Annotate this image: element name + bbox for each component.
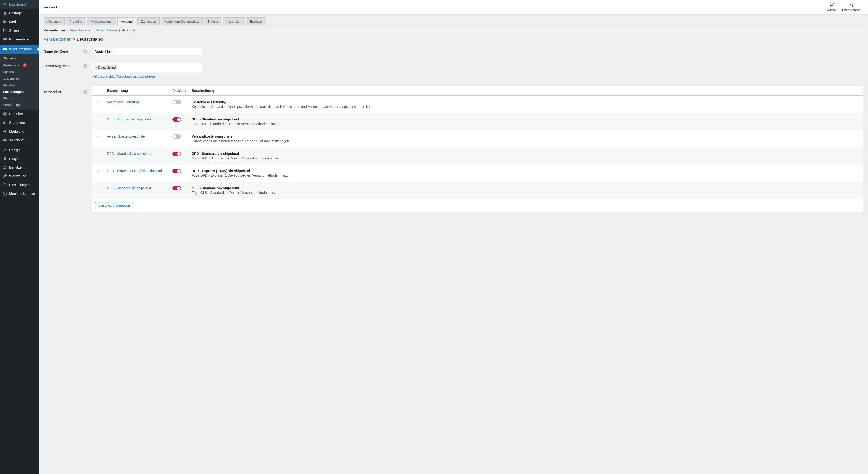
main-panel: Versand Aktivität Setup beenden Allgemei… <box>39 0 868 474</box>
enabled-toggle[interactable] <box>172 100 181 104</box>
enabled-toggle[interactable] <box>172 169 181 173</box>
method-name-link[interactable]: Kostenlose Lieferung <box>107 100 139 104</box>
zone-regions-label: Zonen-Regionen <box>43 64 70 68</box>
sidebar-item-menü-einklappen[interactable]: Menü einklappen <box>0 189 39 198</box>
subnav-link-versandoptionen[interactable]: Versandoptionen <box>69 28 92 32</box>
archive-icon <box>2 112 7 116</box>
breadcrumb-root-link[interactable]: Versandzonen <box>43 37 71 42</box>
method-name-link[interactable]: DPD - Standard via shipcloud <box>107 152 151 156</box>
setup-finish-button[interactable]: Setup beenden <box>839 3 863 11</box>
table-row: ≡DPD - Express (1 Day) via shipcloudDPD … <box>92 164 863 182</box>
media-icon <box>2 20 7 24</box>
desc-text: Füge GLS - Standard zu Deinen Versandmet… <box>192 191 861 195</box>
tab-allgemein[interactable]: Allgemein <box>43 18 65 25</box>
sidebar-item-statistiken[interactable]: Statistiken <box>0 118 39 127</box>
sidebar-sub-startseite[interactable]: Startseite <box>0 55 39 62</box>
sliders-icon <box>2 183 7 187</box>
sidebar-item-label: WooCommerce <box>9 47 33 51</box>
drag-handle-icon[interactable]: ≡ <box>92 130 104 147</box>
sidebar-item-kommentare[interactable]: Kommentare <box>0 35 39 43</box>
sidebar-sub-berichte[interactable]: Berichte <box>0 82 39 89</box>
method-name-link[interactable]: Versandkostenpauschale <box>107 134 145 138</box>
collapse-icon <box>2 191 7 196</box>
tab-erweitert[interactable]: Erweitert <box>246 18 266 25</box>
method-name-link[interactable]: GLS - Standard via shipcloud <box>107 186 151 190</box>
sidebar-item-einstellungen[interactable]: Einstellungen <box>0 181 39 189</box>
enabled-toggle[interactable] <box>172 134 181 139</box>
pin-icon <box>2 11 7 15</box>
tab-produkte[interactable]: Produkte <box>66 18 86 25</box>
drag-handle-icon[interactable]: ≡ <box>92 182 104 199</box>
zone-regions-input[interactable]: × Deutschland <box>92 63 202 72</box>
notification-dot <box>833 3 834 4</box>
add-shipping-method-button[interactable]: Versandart hinzufügen <box>95 202 133 209</box>
help-icon[interactable]: ? <box>83 50 87 53</box>
sidebar-item-label: shipcloud <box>9 138 24 142</box>
th-enabled: Aktiviert <box>170 86 189 96</box>
desc-title: DHL - Standard via shipcloud <box>192 117 861 121</box>
sidebar-item-medien[interactable]: Medien <box>0 18 39 26</box>
sidebar-item-label: Design <box>9 148 20 152</box>
sidebar-item-label: Werkzeuge <box>9 174 26 178</box>
topbar: Versand Aktivität Setup beenden <box>39 0 868 14</box>
tab-integration[interactable]: Integration <box>223 18 245 25</box>
sidebar-item-dashboard[interactable]: Dashboard <box>0 0 39 9</box>
enabled-toggle[interactable] <box>172 117 181 122</box>
sidebar-sub-einstellungen[interactable]: Einstellungen <box>0 89 39 95</box>
megaphone-icon <box>2 129 7 134</box>
activity-button[interactable]: Aktivität <box>824 3 839 11</box>
tab-e-mails[interactable]: E-Mails <box>204 18 221 25</box>
page-title: Versand <box>43 5 824 9</box>
sidebar-item-beiträge[interactable]: Beiträge <box>0 9 39 18</box>
sub-nav: Versandzonen | Versandoptionen | Versand… <box>43 28 863 32</box>
subnav-link-shipcloud[interactable]: shipcloud <box>121 28 135 32</box>
help-icon[interactable]: ? <box>83 64 87 68</box>
tab-zahlungen[interactable]: Zahlungen <box>137 18 159 25</box>
drag-handle-icon[interactable]: ≡ <box>92 113 104 130</box>
sidebar-sub-kunden[interactable]: Kunden <box>0 69 39 75</box>
sidebar-item-label: Statistiken <box>9 121 25 125</box>
tab-konten-und-datenschutz[interactable]: Konten und Datenschutz <box>161 18 203 25</box>
sidebar-item-werkzeuge[interactable]: Werkzeuge <box>0 172 39 181</box>
sidebar-sub-erweiterungen[interactable]: Erweiterungen <box>0 101 39 108</box>
svg-point-1 <box>4 166 5 167</box>
method-name-link[interactable]: DPD - Express (1 Day) via shipcloud <box>107 169 162 173</box>
drag-handle-icon[interactable]: ≡ <box>92 147 104 164</box>
sidebar-item-seiten[interactable]: Seiten <box>0 26 39 35</box>
sidebar-item-design[interactable]: Design <box>0 146 39 154</box>
sidebar-item-plugins[interactable]: Plugins <box>0 154 39 163</box>
sidebar-sub-bestellungen[interactable]: Bestellungen1 <box>0 62 39 69</box>
desc-text: Ermöglicht es dir, einen festen Preis fü… <box>192 139 861 143</box>
svg-point-2 <box>4 184 5 184</box>
desc-text: Kostenloser Versand ist eine spezielle V… <box>192 105 861 108</box>
sidebar-item-shipcloud[interactable]: shipcloud <box>0 136 39 145</box>
sidebar-sub-gutscheine[interactable]: Gutscheine <box>0 75 39 82</box>
drag-handle-icon[interactable]: ≡ <box>92 164 104 182</box>
limit-postcodes-link[interactable]: Auf ausgewählte Postleitzahlen beschränk… <box>92 75 155 78</box>
sidebar-item-label: Dashboard <box>9 2 26 6</box>
sidebar-item-produkte[interactable]: Produkte <box>0 109 39 118</box>
drag-handle-icon[interactable]: ≡ <box>92 96 104 113</box>
help-icon[interactable]: ? <box>83 90 87 94</box>
tab-versand[interactable]: Versand <box>117 18 136 26</box>
desc-text: Füge DPD - Standard zu Deinen Versandmet… <box>192 156 861 160</box>
table-row: ≡GLS - Standard via shipcloudGLS - Stand… <box>92 182 863 199</box>
enabled-toggle[interactable] <box>172 152 181 156</box>
th-desc: Beschreibung <box>189 86 863 96</box>
enabled-toggle[interactable] <box>172 186 181 190</box>
sidebar-item-woocommerce[interactable]: WooCommerce <box>0 45 39 54</box>
breadcrumb: Versandzonen > Deutschland <box>43 37 863 42</box>
sidebar-item-label: Einstellungen <box>9 183 30 187</box>
region-tag: × Deutschland <box>94 65 117 70</box>
subnav-link-versandklassen[interactable]: Versandklassen <box>96 28 118 32</box>
brush-icon <box>2 148 7 152</box>
sidebar-sub-status[interactable]: Status <box>0 95 39 101</box>
method-name-link[interactable]: DHL - Standard via shipcloud <box>107 117 151 121</box>
sidebar-item-label: Kommentare <box>9 37 29 41</box>
tab-mehrwertsteuer[interactable]: Mehrwertsteuer <box>87 18 116 25</box>
remove-tag-icon[interactable]: × <box>95 65 97 69</box>
sidebar-item-benutzer[interactable]: Benutzer <box>0 163 39 172</box>
zone-name-input[interactable] <box>92 48 202 55</box>
sidebar-item-marketing[interactable]: Marketing <box>0 127 39 136</box>
admin-sidebar: DashboardBeiträgeMedienSeitenKommentare … <box>0 0 39 474</box>
